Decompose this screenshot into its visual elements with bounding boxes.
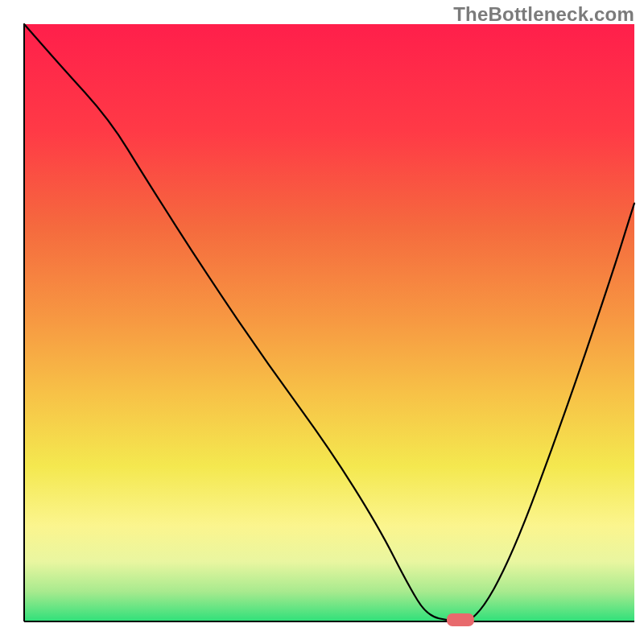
watermark-text: TheBottleneck.com bbox=[453, 3, 634, 26]
optimal-marker bbox=[447, 613, 474, 626]
plot-background bbox=[24, 24, 634, 621]
chart-container: { "brand": { "watermark": "TheBottleneck… bbox=[0, 0, 644, 644]
chart-svg bbox=[0, 0, 644, 644]
